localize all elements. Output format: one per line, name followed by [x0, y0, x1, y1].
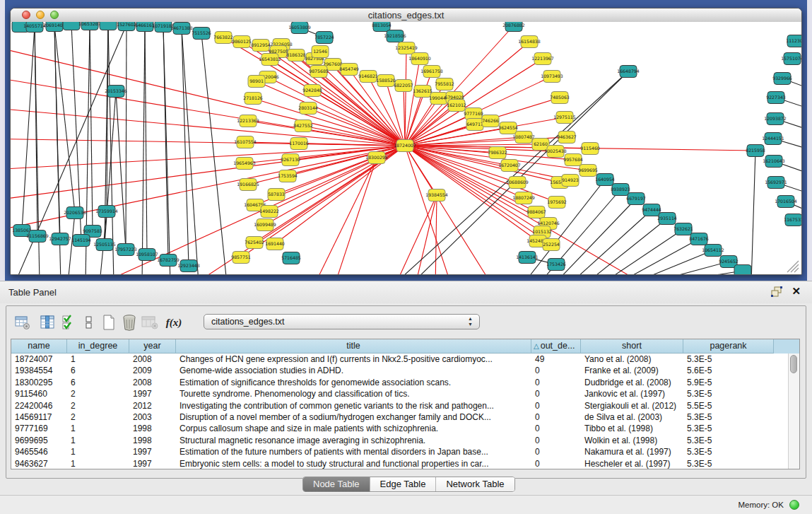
table-cell[interactable]: 5.3E-5 — [683, 446, 774, 457]
table-cell[interactable]: 1 — [67, 458, 129, 469]
table-cell[interactable]: 1997 — [129, 458, 176, 469]
network-edge[interactable] — [145, 25, 147, 255]
column-header-in_degree[interactable]: in_degree — [67, 339, 129, 354]
table-row[interactable]: 2242004622012Investigating the contribut… — [11, 400, 799, 411]
column-header-name[interactable]: name — [11, 339, 67, 354]
network-node[interactable] — [734, 265, 751, 275]
table-row[interactable]: 1938455462009Genome-wide association stu… — [11, 365, 799, 376]
table-cell[interactable]: Structural magnetic resonance image aver… — [176, 435, 531, 446]
table-cell[interactable]: 2012 — [129, 400, 176, 411]
network-edge[interactable] — [405, 59, 420, 146]
table-cell[interactable]: 5.3E-5 — [683, 458, 774, 469]
function-builder-button[interactable]: f(x) — [162, 313, 186, 332]
table-cell[interactable]: 1997 — [129, 446, 176, 457]
network-edge[interactable] — [393, 195, 437, 274]
table-cell[interactable]: Wolkin et al. (1998) — [581, 435, 683, 446]
table-cell[interactable]: 1998 — [129, 435, 176, 446]
table-cell[interactable]: 1997 — [129, 388, 176, 399]
table-cell[interactable]: 1 — [67, 354, 129, 365]
table-cell[interactable]: Yano et al. (2008) — [581, 354, 683, 365]
table-cell[interactable]: 5.3E-5 — [683, 411, 774, 423]
table-cell[interactable]: 6 — [67, 365, 129, 376]
table-row[interactable]: 946554611997Estimation of the future num… — [11, 446, 799, 457]
network-node[interactable] — [63, 22, 80, 30]
table-cell[interactable]: 5.3E-5 — [683, 388, 774, 399]
network-edge[interactable] — [126, 25, 126, 250]
table-selector-combobox[interactable]: citations_edges.txt ▲▼ — [204, 314, 480, 329]
table-cell[interactable]: 0 — [531, 400, 581, 411]
table-cell[interactable]: 0 — [531, 435, 581, 446]
table-cell[interactable]: Tourette syndrome. Phenomenology and cla… — [176, 388, 531, 399]
memory-ok-indicator[interactable] — [789, 500, 799, 510]
network-edge[interactable] — [586, 218, 667, 274]
table-cell[interactable]: Estimation of the future numbers of pati… — [176, 446, 531, 457]
table-cell[interactable]: Estimation of significance thresholds fo… — [176, 377, 531, 388]
network-edge[interactable] — [142, 25, 145, 274]
table-cell[interactable]: Disruption of a novel member of a sodium… — [176, 411, 531, 423]
network-edge[interactable] — [11, 139, 405, 146]
network-edge[interactable] — [555, 199, 636, 274]
network-edge[interactable] — [90, 24, 93, 231]
network-edge[interactable] — [435, 195, 437, 274]
table-cell[interactable]: 2 — [67, 411, 129, 423]
table-cell[interactable]: Jankovic et al. (1997) — [581, 388, 683, 399]
network-edge[interactable] — [201, 33, 227, 274]
table-cell[interactable]: 0 — [531, 423, 581, 434]
network-edge[interactable] — [182, 28, 199, 274]
table-cell[interactable]: 5.3E-5 — [683, 423, 774, 434]
column-header-title[interactable]: title — [176, 339, 531, 354]
column-header-short[interactable]: short — [581, 339, 683, 354]
table-row[interactable]: 911546021997Tourette syndrome. Phenomeno… — [11, 388, 799, 399]
table-cell[interactable]: 6 — [67, 377, 129, 388]
column-header-pagerank[interactable]: pagerank — [683, 339, 774, 354]
network-edge[interactable] — [405, 146, 495, 274]
select-columns-button[interactable] — [60, 313, 78, 332]
table-cell[interactable]: 19384554 — [11, 365, 67, 376]
table-cell[interactable]: Dudbridge et al. (2008) — [581, 377, 683, 388]
show-columns-button[interactable] — [38, 313, 57, 332]
delete-trash-button[interactable] — [120, 313, 139, 332]
network-node[interactable] — [100, 22, 117, 30]
column-header-year[interactable]: year — [129, 339, 176, 354]
tab-node-table[interactable]: Node Table — [303, 477, 370, 491]
table-cell[interactable]: 2008 — [129, 377, 176, 388]
network-edge[interactable] — [405, 146, 560, 182]
table-cell[interactable]: 9465546 — [11, 446, 67, 457]
table-scrollbar[interactable] — [788, 354, 799, 469]
network-edge[interactable] — [288, 146, 405, 176]
table-cell[interactable]: 1 — [67, 435, 129, 446]
column-header-out_de[interactable]: △out_de... — [531, 339, 581, 354]
table-cell[interactable]: 18724007 — [11, 354, 67, 365]
table-cell[interactable]: Tibbo et al. (1998) — [581, 423, 683, 434]
table-cell[interactable]: Changes of HCN gene expression and I(f) … — [176, 354, 531, 365]
row-height-button[interactable] — [80, 313, 98, 332]
table-cell[interactable]: 0 — [531, 458, 581, 469]
network-edge[interactable] — [116, 91, 126, 250]
table-row[interactable]: 969969511998Structural magnetic resonanc… — [11, 435, 799, 446]
network-edge[interactable] — [308, 108, 405, 146]
table-cell[interactable]: Nakamura et al. (1997) — [581, 446, 683, 457]
table-cell[interactable]: 0 — [531, 388, 581, 399]
network-edge[interactable] — [661, 271, 743, 274]
table-cell[interactable]: 22420046 — [11, 400, 67, 411]
table-cell[interactable]: 2 — [67, 388, 129, 399]
table-cell[interactable]: Embryonic stem cells: a model to study s… — [176, 458, 531, 469]
table-cell[interactable]: 2 — [67, 400, 129, 411]
table-cell[interactable]: 0 — [531, 411, 581, 423]
table-cell[interactable]: 49 — [531, 354, 581, 365]
network-edge[interactable] — [404, 86, 405, 146]
table-cell[interactable]: de Silva et al. (2003) — [581, 411, 683, 423]
table-cell[interactable]: Hescheler et al. (1997) — [581, 458, 683, 469]
table-cell[interactable]: 9699695 — [11, 435, 67, 446]
table-cell[interactable]: 14569117 — [11, 411, 67, 423]
table-cell[interactable]: 18300295 — [11, 377, 67, 388]
close-panel-icon[interactable]: ✕ — [792, 285, 801, 298]
table-row[interactable]: 1456911722003Disruption of a novel membe… — [11, 411, 799, 423]
network-edge[interactable] — [405, 48, 406, 146]
network-canvas[interactable]: 1405571420691406106532871527602646616110… — [11, 22, 801, 274]
scrollbar-thumb[interactable] — [790, 355, 797, 373]
table-row[interactable]: 977716911998Corpus callosum shape and si… — [11, 423, 799, 434]
table-cell[interactable]: 0 — [531, 377, 581, 388]
network-edge[interactable] — [163, 26, 170, 274]
table-cell[interactable]: 1998 — [129, 423, 176, 434]
